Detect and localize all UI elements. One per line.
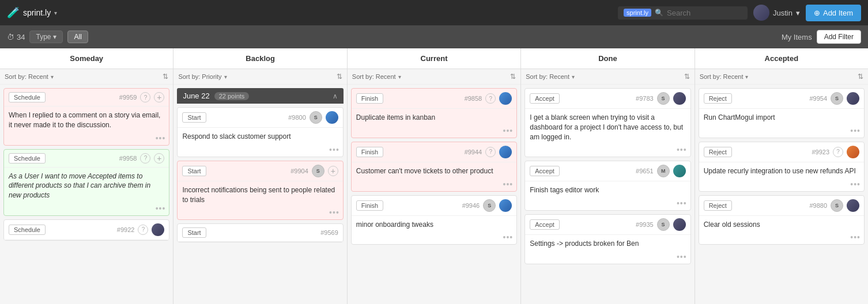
current-cards: Finish #9858 ? Duplicate items in kanban… xyxy=(348,85,520,304)
more-icon[interactable]: ••• xyxy=(850,126,861,135)
question-icon: ? xyxy=(485,93,496,104)
type-filter-button[interactable]: Type ▾ xyxy=(29,31,63,43)
reject-button[interactable]: Reject xyxy=(704,147,732,157)
sort-order-icon[interactable]: ⇅ xyxy=(337,73,342,81)
add-icon[interactable]: + xyxy=(154,92,164,102)
finish-button[interactable]: Finish xyxy=(356,200,383,211)
accept-button[interactable]: Accept xyxy=(530,166,560,176)
reject-button[interactable]: Reject xyxy=(704,93,732,104)
search-bar: sprint.ly 🔍 xyxy=(618,6,748,20)
card-9783[interactable]: Accept #9783 S I get a blank screen when… xyxy=(524,88,690,157)
more-icon[interactable]: ••• xyxy=(850,180,861,189)
sort-chevron-icon[interactable]: ▾ xyxy=(745,74,748,80)
reject-button[interactable]: Reject xyxy=(704,200,732,211)
card-9880[interactable]: Reject #9880 S Clear old sessions ••• xyxy=(699,195,865,245)
sort-order-icon[interactable]: ⇅ xyxy=(684,73,690,81)
logo-chevron-icon: ▾ xyxy=(54,10,57,16)
avatar xyxy=(847,199,859,212)
avatar: S xyxy=(657,218,670,231)
someday-cards: Schedule #9959 ? + When I replied to a c… xyxy=(0,85,173,304)
sort-chevron-icon[interactable]: ▾ xyxy=(224,74,227,80)
schedule-button[interactable]: Schedule xyxy=(9,92,46,102)
card-9651[interactable]: Accept #9651 M Finish tags editor work •… xyxy=(524,161,690,211)
card-9800[interactable]: Start #9800 S Respond to slack customer … xyxy=(177,107,343,157)
filter-bar: ⏱ 34 Type ▾ All My Items Add Filter xyxy=(0,25,868,48)
more-icon[interactable]: ••• xyxy=(503,180,514,189)
avatar xyxy=(673,165,686,177)
column-done: Done Sort by: Recent ▾ ⇅ Accept #9783 S … xyxy=(521,48,695,304)
user-chevron-icon: ▾ xyxy=(796,9,800,17)
add-filter-button[interactable]: Add Filter xyxy=(817,30,861,44)
question-icon: ? xyxy=(140,92,150,102)
avatar xyxy=(152,223,164,236)
clock-icon: ⏱ xyxy=(7,33,14,41)
more-icon[interactable]: ••• xyxy=(677,199,687,208)
add-icon[interactable]: + xyxy=(328,166,338,176)
search-input[interactable] xyxy=(667,9,742,17)
card-9935[interactable]: Accept #9935 S Settings -> products brok… xyxy=(524,214,690,264)
card-9946[interactable]: Finish #9946 S minor onboarding tweaks •… xyxy=(351,195,517,245)
app-logo[interactable]: 🧪 sprint.ly ▾ xyxy=(7,6,57,19)
my-items-button[interactable]: My Items xyxy=(782,33,812,41)
avatar: S xyxy=(831,199,843,212)
sort-chevron-icon[interactable]: ▾ xyxy=(398,74,401,80)
start-button[interactable]: Start xyxy=(182,112,206,123)
finish-button[interactable]: Finish xyxy=(356,147,383,157)
card-9944[interactable]: Finish #9944 ? Customer can't move ticke… xyxy=(351,142,517,192)
card-9922[interactable]: Schedule #9922 ? xyxy=(3,219,169,241)
user-info[interactable]: Justin ▾ xyxy=(753,5,800,21)
avatar xyxy=(326,111,338,124)
start-button[interactable]: Start xyxy=(182,227,206,238)
group-chevron-icon[interactable]: ∧ xyxy=(333,92,338,100)
accept-button[interactable]: Accept xyxy=(530,219,560,230)
schedule-button[interactable]: Schedule xyxy=(9,153,46,164)
top-nav: 🧪 sprint.ly ▾ sprint.ly 🔍 Justin ▾ ⊕ Add… xyxy=(0,0,868,25)
sort-chevron-icon[interactable]: ▾ xyxy=(51,74,54,80)
plus-icon: ⊕ xyxy=(814,9,820,17)
avatar xyxy=(499,92,512,105)
more-icon[interactable]: ••• xyxy=(677,145,687,154)
avatar xyxy=(847,146,859,158)
sort-order-icon[interactable]: ⇅ xyxy=(163,73,168,81)
add-icon[interactable]: + xyxy=(154,153,164,164)
group-header-june22: June 22 22 points ∧ xyxy=(177,88,343,104)
more-icon[interactable]: ••• xyxy=(156,204,166,213)
sort-order-icon[interactable]: ⇅ xyxy=(510,73,516,81)
column-header-someday: Someday xyxy=(0,48,173,69)
more-icon[interactable]: ••• xyxy=(329,208,339,217)
all-filter-button[interactable]: All xyxy=(67,31,88,43)
avatar: S xyxy=(310,111,322,124)
more-icon[interactable]: ••• xyxy=(503,126,514,135)
more-icon[interactable]: ••• xyxy=(850,233,861,242)
card-9959[interactable]: Schedule #9959 ? + When I replied to a c… xyxy=(3,88,169,146)
card-9958[interactable]: Schedule #9958 ? + As a User I want to m… xyxy=(3,149,169,216)
type-chevron-icon: ▾ xyxy=(53,33,56,41)
card-9923[interactable]: Reject #9923 ? Update recurly integratio… xyxy=(699,142,865,192)
card-9954[interactable]: Reject #9954 S Run ChartMogul import ••• xyxy=(699,88,865,138)
card-9569[interactable]: Start #9569 xyxy=(177,223,343,242)
avatar: S xyxy=(312,165,324,177)
card-9904[interactable]: Start #9904 S + Incorrect notifications … xyxy=(177,161,343,221)
avatar xyxy=(847,92,859,105)
more-icon[interactable]: ••• xyxy=(329,145,339,154)
sort-chevron-icon[interactable]: ▾ xyxy=(572,74,575,80)
avatar xyxy=(673,92,686,105)
start-button[interactable]: Start xyxy=(182,166,206,176)
more-icon[interactable]: ••• xyxy=(677,252,687,261)
card-9858[interactable]: Finish #9858 ? Duplicate items in kanban… xyxy=(351,88,517,138)
more-icon[interactable]: ••• xyxy=(503,233,514,242)
column-header-backlog: Backlog xyxy=(173,48,346,69)
finish-button[interactable]: Finish xyxy=(356,93,383,104)
sort-bar-someday: Sort by: Recent ▾ ⇅ xyxy=(0,69,173,85)
column-header-done: Done xyxy=(521,48,694,69)
sort-order-icon[interactable]: ⇅ xyxy=(858,73,863,81)
column-backlog: Backlog Sort by: Priority ▾ ⇅ June 22 22… xyxy=(173,48,347,304)
add-item-button[interactable]: ⊕ Add Item xyxy=(806,5,861,21)
kanban-board: Someday Sort by: Recent ▾ ⇅ Schedule #99… xyxy=(0,48,868,304)
avatar xyxy=(753,5,769,21)
more-icon[interactable]: ••• xyxy=(156,134,166,143)
question-icon: ? xyxy=(833,147,843,157)
schedule-button[interactable]: Schedule xyxy=(9,225,46,235)
accept-button[interactable]: Accept xyxy=(530,93,560,104)
sort-bar-accepted: Sort by: Recent ▾ ⇅ xyxy=(695,69,868,85)
